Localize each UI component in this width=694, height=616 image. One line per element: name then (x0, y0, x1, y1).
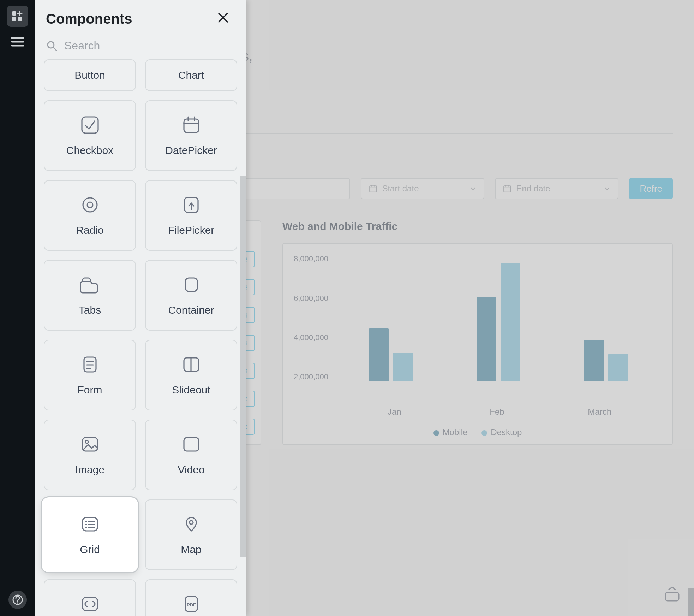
component-label: Form (78, 384, 102, 396)
left-rail (0, 0, 35, 616)
svg-rect-39 (184, 438, 199, 451)
checkbox-icon (80, 115, 100, 137)
rail-help-button[interactable] (8, 591, 27, 609)
svg-point-7 (17, 602, 18, 604)
tablet-icon (664, 591, 680, 602)
bar-group (346, 328, 436, 381)
chevron-down-icon (469, 185, 477, 192)
component-label: Grid (80, 544, 100, 556)
calendar-icon (369, 184, 378, 193)
svg-rect-30 (185, 278, 197, 291)
calendar-icon (181, 115, 202, 137)
component-label: Map (181, 544, 201, 556)
component-label: FilePicker (168, 224, 215, 236)
bar-group (454, 263, 544, 381)
bar-mobile (477, 297, 496, 381)
start-date-input[interactable]: Start date (361, 178, 484, 199)
legend-label-desktop: Desktop (491, 427, 522, 437)
component-card-radio[interactable]: Radio (44, 180, 136, 251)
menu-icon (11, 36, 25, 48)
svg-point-46 (85, 527, 86, 528)
svg-rect-2 (18, 17, 22, 21)
chart-y-axis: 8,000,0006,000,0004,000,0002,000,000 (294, 254, 335, 381)
svg-rect-22 (184, 119, 199, 132)
component-card-datepicker[interactable]: DatePicker (145, 100, 237, 171)
add-blocks-icon (11, 9, 25, 23)
components-panel: Components ButtonChartCheckboxDatePicker… (35, 0, 246, 616)
bar-desktop (501, 263, 520, 381)
y-tick: 8,000,000 (294, 254, 328, 263)
panel-scrollbar-thumb[interactable] (240, 176, 246, 557)
refresh-button[interactable]: Refre (629, 178, 673, 199)
container-icon (181, 274, 202, 296)
component-label: Slideout (172, 384, 210, 396)
component-label: Chart (178, 69, 204, 81)
component-label: Checkbox (66, 144, 113, 156)
x-tick: March (548, 403, 651, 417)
help-icon (12, 594, 23, 605)
component-card-slideout[interactable]: Slideout (145, 340, 237, 410)
components-search-input[interactable] (64, 39, 235, 52)
svg-rect-1 (12, 17, 16, 21)
component-label: Image (75, 464, 104, 476)
chart-card: 8,000,0006,000,0004,000,0002,000,000 Jan… (282, 243, 673, 445)
search-icon (46, 40, 58, 52)
component-label: DatePicker (165, 144, 217, 156)
image-icon (80, 434, 100, 456)
component-card-filepicker[interactable]: FilePicker (145, 180, 237, 251)
bar-desktop (393, 353, 413, 381)
svg-point-42 (85, 521, 86, 522)
chart-x-axis: JanFebMarch (333, 403, 662, 417)
close-button[interactable] (216, 11, 230, 27)
component-card-container[interactable]: Container (145, 260, 237, 331)
video-icon (181, 434, 202, 456)
bar-desktop (608, 354, 628, 381)
component-card-form[interactable]: Form (44, 340, 136, 410)
component-card-image[interactable]: Image (44, 420, 136, 490)
content-scrollbar-thumb[interactable] (688, 588, 694, 616)
rail-add-component-button[interactable] (7, 6, 28, 27)
components-list[interactable]: ButtonChartCheckboxDatePickerRadioFilePi… (35, 59, 246, 616)
svg-marker-40 (190, 441, 195, 448)
svg-rect-37 (83, 438, 97, 451)
svg-text:PDF: PDF (187, 602, 196, 608)
tabs-icon (80, 274, 100, 296)
svg-point-27 (87, 202, 93, 208)
end-date-input[interactable]: End date (495, 178, 618, 199)
svg-point-44 (85, 524, 86, 525)
svg-rect-16 (665, 592, 679, 601)
bar-mobile (369, 328, 389, 381)
component-card-map[interactable]: Map (145, 499, 237, 570)
legend-label-mobile: Mobile (443, 427, 468, 437)
bar-mobile (584, 340, 604, 381)
component-label: Container (168, 304, 214, 316)
component-card-video[interactable]: Video (145, 420, 237, 490)
component-label: Radio (76, 224, 103, 236)
footer-resize-tool[interactable] (664, 586, 680, 602)
component-card-chart[interactable]: Chart (145, 59, 237, 91)
map-icon (181, 514, 202, 536)
calendar-icon (503, 184, 512, 193)
svg-rect-8 (370, 186, 377, 192)
radio-icon (80, 195, 100, 217)
component-card-grid[interactable]: Grid (44, 499, 136, 570)
code-icon (80, 594, 100, 616)
component-card-pdfviewer[interactable]: PDFPDF Viewer (145, 579, 237, 616)
svg-line-20 (53, 47, 56, 51)
component-card-codeeditor[interactable]: Code Editor (44, 579, 136, 616)
rail-menu-button[interactable] (7, 31, 28, 52)
chevron-down-icon (604, 185, 611, 192)
slideout-icon (181, 354, 202, 376)
x-tick: Jan (343, 403, 446, 417)
svg-rect-12 (504, 186, 511, 192)
chart-plot (335, 254, 662, 381)
y-tick: 4,000,000 (294, 333, 328, 342)
form-icon (80, 354, 100, 376)
chart-title: Web and Mobile Traffic (282, 220, 673, 232)
component-card-tabs[interactable]: Tabs (44, 260, 136, 331)
component-label: Tabs (79, 304, 101, 316)
chevron-up-icon (667, 586, 677, 591)
svg-rect-0 (12, 11, 16, 16)
component-card-checkbox[interactable]: Checkbox (44, 100, 136, 171)
component-card-button[interactable]: Button (44, 59, 136, 91)
